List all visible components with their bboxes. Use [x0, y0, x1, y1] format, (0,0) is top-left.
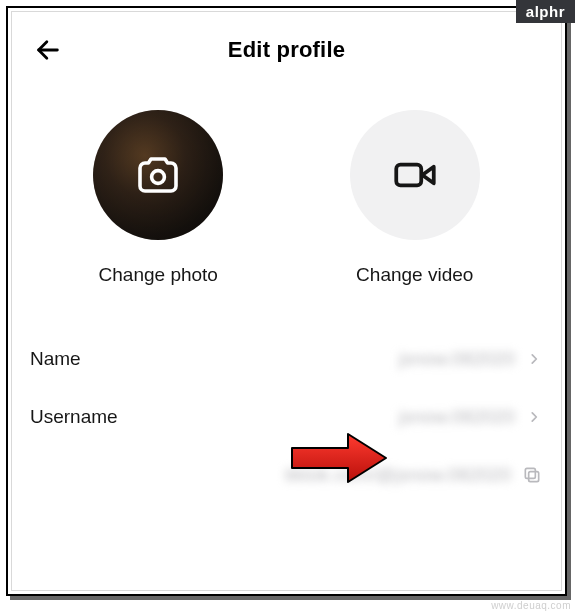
video-icon: [390, 150, 440, 200]
screen: Edit profile Change photo: [11, 11, 562, 591]
video-placeholder: [350, 110, 480, 240]
media-row: Change photo Change video: [30, 110, 543, 286]
camera-icon: [134, 151, 182, 199]
username-value: jsnow.082020: [399, 406, 515, 428]
name-value: jsnow.082020: [399, 348, 515, 370]
name-right: jsnow.082020: [399, 348, 543, 370]
svg-point-1: [152, 171, 165, 184]
back-button[interactable]: [30, 32, 66, 68]
change-photo-block[interactable]: Change photo: [58, 110, 258, 286]
profile-link-row: tiktok.com/@jsnow.082020: [30, 452, 543, 486]
copy-link-button[interactable]: [521, 464, 543, 486]
svg-rect-2: [396, 165, 421, 186]
watermark: www.deuaq.com: [491, 600, 571, 611]
name-row[interactable]: Name jsnow.082020: [30, 330, 543, 388]
profile-link-text: tiktok.com/@jsnow.082020: [285, 464, 511, 486]
source-badge: alphr: [516, 0, 575, 23]
svg-rect-4: [529, 472, 539, 482]
svg-rect-5: [525, 468, 535, 478]
chevron-right-icon: [525, 408, 543, 426]
username-right: jsnow.082020: [399, 406, 543, 428]
page-title: Edit profile: [228, 37, 345, 63]
name-label: Name: [30, 348, 81, 370]
username-label: Username: [30, 406, 118, 428]
avatar: [93, 110, 223, 240]
username-row[interactable]: Username jsnow.082020: [30, 388, 543, 446]
arrow-left-icon: [34, 36, 62, 64]
header-bar: Edit profile: [30, 30, 543, 70]
change-video-label: Change video: [356, 264, 473, 286]
screenshot-frame: Edit profile Change photo: [6, 6, 567, 596]
copy-icon: [522, 465, 542, 485]
change-photo-label: Change photo: [99, 264, 218, 286]
svg-marker-3: [422, 167, 433, 184]
chevron-right-icon: [525, 350, 543, 368]
change-video-block[interactable]: Change video: [315, 110, 515, 286]
